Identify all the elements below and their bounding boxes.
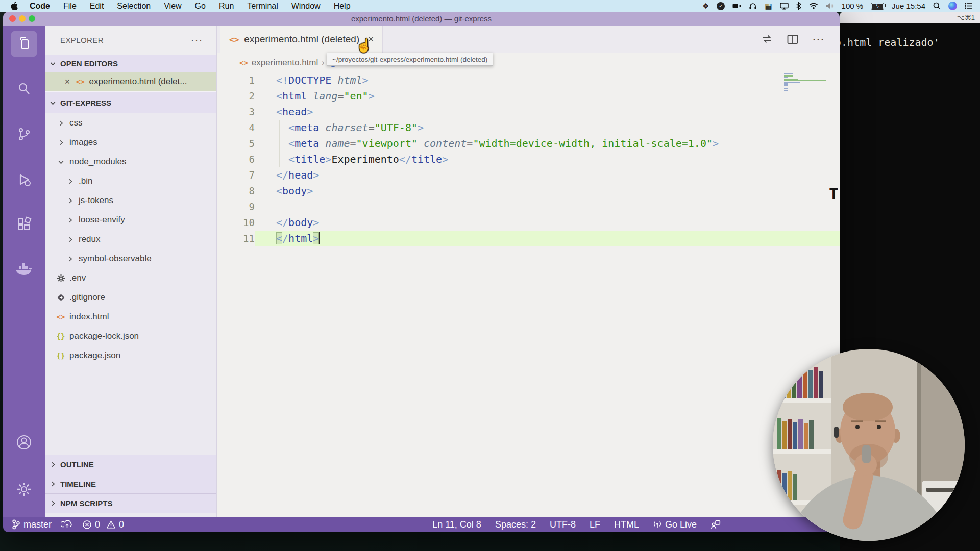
volume-icon[interactable] (826, 3, 834, 9)
dropbox-icon[interactable]: ❖ (702, 2, 709, 10)
apple-menu-icon[interactable] (10, 2, 18, 10)
menu-view[interactable]: View (157, 2, 188, 11)
minimap[interactable] (784, 73, 828, 91)
tree-item-node-modules[interactable]: node_modules (45, 152, 216, 171)
tree-item-css[interactable]: css (45, 113, 216, 133)
tree-item-loose-envify[interactable]: loose-envify (45, 210, 216, 230)
search-icon[interactable] (933, 2, 941, 10)
line-content: <meta name="viewport" content="width=dev… (255, 136, 840, 152)
open-changes-icon[interactable] (761, 34, 773, 45)
error-count: 0 (95, 519, 100, 530)
line-content: <meta charset="UTF-8"> (255, 120, 840, 136)
webcam-overlay (773, 349, 965, 541)
shield-check-icon[interactable]: ✓ (717, 2, 725, 10)
menu-terminal[interactable]: Terminal (240, 2, 284, 11)
html-file-icon: <> (229, 35, 239, 44)
tree-item--gitignore[interactable]: .gitignore (45, 288, 216, 307)
siri-icon[interactable] (948, 2, 957, 10)
activity-extensions-icon[interactable] (11, 211, 37, 238)
activity-run-debug-icon[interactable] (11, 166, 37, 193)
window-titlebar[interactable]: experimento.html (deleted) — git-express (3, 12, 840, 26)
line-number: 2 (217, 88, 255, 104)
airplay-icon[interactable] (780, 3, 789, 10)
language-mode[interactable]: HTML (614, 519, 639, 530)
tree-item-package-json[interactable]: {}package.json (45, 346, 216, 365)
activity-settings-icon[interactable] (11, 476, 37, 503)
activity-search-icon[interactable] (11, 76, 37, 102)
activity-docker-icon[interactable] (11, 256, 37, 283)
line-number: 6 (217, 152, 255, 167)
activity-accounts-icon[interactable] (11, 429, 37, 456)
control-center-icon[interactable] (965, 3, 973, 9)
tree-item--env[interactable]: .env (45, 268, 216, 288)
chevron-down-icon (56, 158, 65, 166)
split-editor-icon[interactable] (787, 34, 799, 45)
headset-icon[interactable] (749, 3, 757, 10)
line-content: <head> (255, 104, 840, 120)
more-actions-icon[interactable]: ⋯ (812, 37, 824, 42)
sync-changes-button[interactable] (61, 519, 73, 530)
html-file-icon: <> (56, 313, 65, 321)
menu-code[interactable]: Code (23, 2, 57, 11)
feedback-icon[interactable] (710, 520, 721, 530)
activity-explorer-icon[interactable] (11, 31, 37, 57)
branch-indicator[interactable]: master (11, 519, 52, 530)
project-label: GIT-EXPRESS (60, 98, 111, 107)
menu-clock[interactable]: Jue 15:54 (892, 2, 925, 10)
open-editors-header[interactable]: OPEN EDITORS (45, 55, 216, 72)
screen-record-icon[interactable] (732, 3, 741, 9)
code-editor[interactable]: 1<!DOCTYPE html>2<html lang="en">3<head>… (217, 72, 840, 517)
close-window-button[interactable] (9, 15, 16, 22)
tree-item-symbol-observable[interactable]: symbol-observable (45, 249, 216, 268)
vscode-window: experimento.html (deleted) — git-express (3, 12, 840, 532)
tree-item-label: package-lock.json (69, 331, 139, 341)
menu-window[interactable]: Window (285, 2, 327, 11)
wifi-icon[interactable] (809, 3, 818, 9)
indentation-indicator[interactable]: Spaces: 2 (495, 519, 536, 530)
tab-label: experimento.html (deleted) (244, 34, 359, 45)
status-right: Ln 11, Col 8 Spaces: 2 UTF-8 LF HTML Go … (432, 519, 840, 530)
line-number: 7 (217, 167, 255, 183)
menu-run[interactable]: Run (212, 2, 240, 11)
problems-indicator[interactable]: 0 0 (82, 519, 124, 530)
section-outline[interactable]: OUTLINE (45, 455, 216, 474)
section-timeline[interactable]: TIMELINE (45, 474, 216, 493)
tree-item-label: js-tokens (79, 195, 113, 206)
menu-file[interactable]: File (57, 2, 83, 11)
line-number: 10 (217, 215, 255, 231)
zoom-window-button[interactable] (29, 15, 35, 22)
screenshot-root: ⌥⌘1 o.html realizado' CodeFileEditSelect… (0, 0, 980, 551)
eol-indicator[interactable]: LF (590, 519, 600, 530)
explorer-more-actions[interactable]: ··· (191, 35, 203, 45)
minimize-window-button[interactable] (19, 15, 26, 22)
bluetooth-icon[interactable] (796, 2, 801, 10)
section-npm-scripts[interactable]: NPM SCRIPTS (45, 493, 216, 513)
code-line-3: 3<head> (217, 104, 840, 120)
chevron-right-icon (65, 255, 75, 263)
cursor-position[interactable]: Ln 11, Col 8 (432, 519, 481, 530)
breadcrumb-file[interactable]: experimento.html (252, 58, 318, 68)
close-editor-icon[interactable]: ✕ (64, 78, 70, 86)
tree-item-redux[interactable]: redux (45, 230, 216, 249)
menu-edit[interactable]: Edit (83, 2, 111, 11)
menu-selection[interactable]: Selection (110, 2, 157, 11)
line-content: </body> (255, 215, 840, 231)
line-number: 8 (217, 183, 255, 199)
tree-item-js-tokens[interactable]: js-tokens (45, 191, 216, 210)
chevron-right-icon (49, 461, 57, 468)
tree-item-label: redux (79, 234, 101, 244)
project-header[interactable]: GIT-EXPRESS (45, 91, 216, 113)
tree-item-index-html[interactable]: <>index.html (45, 307, 216, 327)
go-live-button[interactable]: Go Live (653, 519, 697, 530)
tree-item--bin[interactable]: .bin (45, 171, 216, 191)
tree-item-label: symbol-observable (79, 254, 152, 264)
menu-help[interactable]: Help (327, 2, 357, 11)
tree-item-images[interactable]: images (45, 133, 216, 152)
encoding-indicator[interactable]: UTF-8 (550, 519, 576, 530)
keyboard-icon[interactable]: ▦ (765, 2, 772, 10)
tree-item-label: node_modules (69, 157, 127, 167)
menu-go[interactable]: Go (188, 2, 212, 11)
activity-source-control-icon[interactable] (11, 121, 37, 147)
open-editor-item[interactable]: ✕ <> experimento.html (delet... (45, 72, 216, 91)
tree-item-package-lock-json[interactable]: {}package-lock.json (45, 327, 216, 346)
